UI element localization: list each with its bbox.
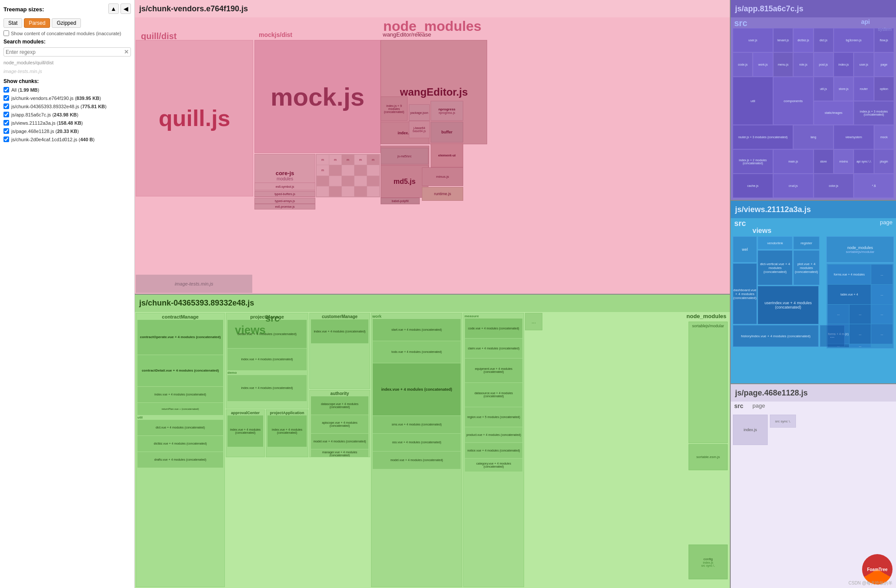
views21-vendorlink-block[interactable]: vendorlink <box>758 236 792 249</box>
chunk04-sortable-esm-block[interactable]: sortable.esm.js <box>689 444 728 470</box>
app-dollar-s[interactable]: *.$ <box>854 174 894 198</box>
chunk04-index-vue4-big-block[interactable]: index.vue + 4 modules (concatenated) <box>373 363 461 415</box>
chunk-04365-checkbox[interactable] <box>3 103 9 109</box>
parsed-button[interactable]: Parsed <box>24 18 50 28</box>
babel-polyfill-block[interactable]: babel-polyfill <box>381 198 420 204</box>
chunk04-oss-vue-block[interactable]: oss.vue + 4 modules (concatenated) <box>373 434 461 451</box>
app-components[interactable]: components <box>773 77 813 125</box>
chunk04-indexvue4a-block[interactable]: index.vue + 4 modules (concatenated) <box>137 387 223 402</box>
cell-page468[interactable]: js/page.468e1128.js src page index.js sr… <box>731 384 896 588</box>
es6-promise-block[interactable]: es6.promise.js <box>254 204 315 209</box>
package-json-block[interactable]: package.json <box>409 104 430 121</box>
nav-up-arrow[interactable]: ▲ <box>108 3 119 14</box>
chunk04-apiscope-block[interactable]: apiscope.vue + 4 modules (concatenated) <box>311 415 368 433</box>
app-router[interactable]: router <box>854 77 873 101</box>
chunk04-contractDetail-block[interactable]: contractDetail.vue + 4 modules (concaten… <box>137 355 223 386</box>
app-main-js[interactable]: main.js <box>773 149 813 173</box>
cell-vendors[interactable]: js/chunk-vendors.e764f190.js node_module… <box>135 0 730 294</box>
app-user-js2[interactable]: user.js <box>854 53 873 76</box>
chunk04-sms-vue-block[interactable]: sms.vue + 4 modules (concatenated) <box>373 416 461 433</box>
chunk04-product-vue-block[interactable]: product.vue + 4 modules (concatenated) <box>465 427 522 442</box>
views21-node-modules-block[interactable]: node_modules sortablejs/modular <box>826 236 894 262</box>
app-api-sync[interactable]: api sync \.\ <box>854 149 873 173</box>
app-crud-js[interactable]: crud.js <box>773 174 813 198</box>
mock-js-block[interactable]: mock.js <box>254 40 381 153</box>
jbase64-block[interactable]: j-base64 base64.js <box>409 121 430 138</box>
typed-arrays-block[interactable]: typed-arrays.js <box>254 198 315 204</box>
app-dict-js[interactable]: dict.js <box>814 28 833 52</box>
chunk-app-checkbox[interactable] <box>3 112 9 117</box>
views21-historyindex-block[interactable]: historyIndex.vue + 4 modules (concatenat… <box>733 325 819 347</box>
md5-block[interactable]: md5.js <box>381 165 428 198</box>
chunk04-indexvue4b-block[interactable]: index.vue + 4 modules (concatenated) <box>227 349 307 370</box>
chunk04-todo-vue-block[interactable]: todo.vue + 4 modules (concatenated) <box>373 341 461 363</box>
index9-block[interactable]: index.js + 9 modules (concatenated) <box>381 96 408 121</box>
typed-buffers-block[interactable]: typed-buffers.js <box>254 191 315 197</box>
app-store[interactable]: store <box>814 149 833 173</box>
app-mixins[interactable]: mixins <box>834 149 853 173</box>
app-lang[interactable]: lang <box>793 125 833 149</box>
cell-app[interactable]: js/app.815a6c7c.js src api system user.j… <box>731 0 896 200</box>
chunk04-claim-vue-block[interactable]: claim.vue + 4 modules (concatenated) <box>465 339 522 358</box>
chunk04-indexvue4c-block[interactable]: index.vue + 4 modules (concatenated) <box>227 415 263 447</box>
chunk04-dictbiz-vue-block[interactable]: dictbiz.vue + 4 modules (concatenated) <box>137 436 223 452</box>
app-role-js[interactable]: role.js <box>793 53 813 76</box>
views21-dashboard-block[interactable]: dashboard.vue + 4 modules (concatenated) <box>733 263 757 324</box>
search-clear-button[interactable]: ✕ <box>124 49 129 55</box>
cell-views21[interactable]: js/views.21112a3a.js src page views wel … <box>731 201 896 383</box>
chunk04-indexvue4e-block[interactable]: index.vue + 4 modules (concatenated) <box>267 415 307 447</box>
views21-dict-vertical-block[interactable]: dict-vertical.vue + 4 modules (concatena… <box>758 250 792 285</box>
chunk04-sortablejs-block[interactable]: sortablejs/modular <box>689 322 728 443</box>
app-work-js[interactable]: work.js <box>753 53 772 76</box>
app-router-js3[interactable]: router.js + 3 modules (concatenated) <box>733 125 793 149</box>
app-store-js[interactable]: store.js <box>834 77 853 101</box>
chunk04-indexvue4f-block[interactable]: index.vue + 4 modules (concatenated) <box>311 319 368 343</box>
chunk04-drafts-vue-block[interactable]: drafts.vue + 4 modules (concatenated) <box>137 452 223 468</box>
app-mock[interactable]: mock <box>874 125 894 149</box>
app-viewsystem[interactable]: view/system <box>834 125 874 149</box>
buffer-block[interactable]: buffer <box>431 122 463 143</box>
jmd5src-block[interactable]: js-md5/src <box>381 148 428 164</box>
app-bg3d[interactable]: bg3creen.js <box>834 28 874 52</box>
quill-js-block[interactable]: quill.js <box>136 40 253 196</box>
app-plugin[interactable]: plugin <box>874 149 894 173</box>
app-menu-js[interactable]: menu.js <box>773 53 793 76</box>
element-ui-block[interactable]: element-ui <box>431 143 463 167</box>
chunk04-detail-vue-block[interactable]: detail.vue + 4 modules (concatenated) <box>227 320 307 348</box>
views21-plot-block[interactable]: plot.vue + 4 modules (concatenated) <box>793 250 819 285</box>
chunk04-equipment-vue-block[interactable]: equipment.vue + 4 modules (concatenated) <box>465 359 522 382</box>
chunk04-indexvue4d-block[interactable]: index.vue + 4 modules (concatenated) <box>227 375 307 401</box>
chunk04-model-vue-block[interactable]: model.vue + 4 modules (concatenated) <box>311 434 368 449</box>
gzipped-button[interactable]: Gzipped <box>52 18 81 28</box>
app-cache-js[interactable]: cache.js <box>733 174 773 198</box>
app-index-concat2[interactable]: index.js + 2 modules (concatenated) <box>733 149 773 173</box>
chunk04-contractOperate-block[interactable]: contractOperate.vue + 4 modules (concate… <box>137 320 223 355</box>
chunk04-datasource-vue-block[interactable]: datasource.vue + 4 modules (concatenated… <box>465 383 522 407</box>
runtime-block[interactable]: runtime.js <box>422 187 463 201</box>
stat-button[interactable]: Stat <box>3 18 22 28</box>
views21-wel-block[interactable]: wel <box>733 236 757 262</box>
cell-chunk04[interactable]: js/chunk-04365393.89332e48.js src views … <box>135 295 730 588</box>
chunk04-datascope-block[interactable]: datascope.vue + 4 modules (concatenated) <box>311 396 368 415</box>
chunk04-model-vue2-block[interactable]: model.vue + 4 modules (concatenated) <box>373 452 461 469</box>
chunk-vendors-checkbox[interactable] <box>3 95 9 101</box>
nav-left-arrow[interactable]: ◀ <box>120 3 131 14</box>
app-static-images[interactable]: static/images <box>814 101 854 125</box>
chunk04-region-vue-block[interactable]: region.vue + 5 modules (concatenated) <box>465 407 522 427</box>
views21-register-block[interactable]: register <box>793 236 819 249</box>
app-color-js[interactable]: color.js <box>814 174 854 198</box>
search-input[interactable] <box>6 49 122 55</box>
nprogress-block[interactable]: nprogress nprogress.js <box>431 101 463 121</box>
views21-userindex-block[interactable]: userIndex.vue + 4 modules (concatenated) <box>758 286 819 324</box>
page468-src-sync-block[interactable]: src sync \. <box>770 415 796 428</box>
chunk04-start-vue-block[interactable]: start.vue + 4 modules (concatenated) <box>373 319 461 341</box>
chunk04-category-vue-block[interactable]: category.vue + 4 modules (concatenated) <box>465 458 522 472</box>
chunk-views-checkbox[interactable] <box>3 120 9 126</box>
app-post-js[interactable]: post.js <box>814 53 833 76</box>
chunk04-dict-vue-block[interactable]: dict.vue + 4 modules (concatenated) <box>137 420 223 435</box>
page468-index-block[interactable]: index.js <box>733 415 768 445</box>
show-concatenated-checkbox[interactable] <box>3 30 9 36</box>
app-util-js[interactable]: util.js <box>814 77 833 101</box>
app-option[interactable]: option <box>874 77 894 101</box>
app-index-js[interactable]: index.js <box>834 53 853 76</box>
